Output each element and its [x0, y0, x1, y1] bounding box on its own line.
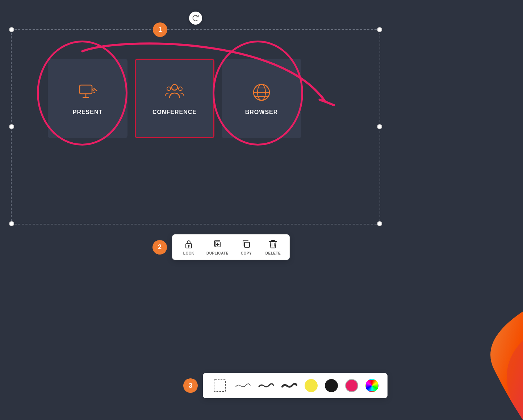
- decorative-shape: [451, 311, 523, 420]
- delete-tool[interactable]: DELETE: [264, 239, 282, 255]
- pen-thick-tool[interactable]: [281, 378, 297, 394]
- handle-top-right[interactable]: [377, 27, 382, 32]
- present-icon: [77, 81, 99, 103]
- select-tool[interactable]: [212, 378, 228, 394]
- pen-thin-tool[interactable]: [235, 378, 251, 394]
- lock-label: LOCK: [183, 251, 194, 255]
- delete-icon: [268, 239, 278, 249]
- rotate-handle[interactable]: [189, 12, 202, 25]
- handle-bottom-right[interactable]: [377, 221, 382, 226]
- step-badge-3: 3: [183, 378, 198, 393]
- yellow-swatch[interactable]: [305, 379, 318, 392]
- handle-middle-right[interactable]: [377, 124, 382, 129]
- pen-medium-tool[interactable]: [258, 378, 274, 394]
- handle-bottom-left[interactable]: [9, 221, 14, 226]
- duplicate-icon: [212, 239, 222, 249]
- lock-icon: [184, 239, 194, 249]
- svg-point-4: [172, 84, 177, 90]
- step-badge-1: 1: [153, 22, 167, 37]
- conference-label: CONFERENCE: [152, 109, 197, 116]
- copy-icon: [241, 239, 251, 249]
- present-label: PRESENT: [73, 109, 103, 116]
- copy-label: COPY: [241, 251, 252, 255]
- svg-point-5: [167, 87, 171, 91]
- conference-card[interactable]: CONFERENCE: [135, 59, 214, 138]
- duplicate-label: DUPLICATE: [206, 251, 229, 255]
- canvas-selection-area[interactable]: 1 PRESENT: [11, 29, 380, 224]
- svg-rect-21: [214, 380, 226, 391]
- cards-container: PRESENT CONFERENCE: [48, 59, 301, 138]
- conference-icon: [164, 81, 185, 103]
- svg-point-3: [93, 92, 95, 93]
- present-card[interactable]: PRESENT: [48, 59, 127, 138]
- svg-point-6: [179, 87, 182, 91]
- step-badge-2: 2: [152, 240, 167, 255]
- svg-rect-18: [244, 242, 250, 247]
- toolbar-popup: 2 LOCK: [172, 234, 290, 260]
- copy-tool[interactable]: COPY: [237, 239, 255, 255]
- browser-label: BROWSER: [245, 109, 278, 116]
- black-swatch[interactable]: [325, 379, 338, 392]
- drawing-toolbar: 3: [203, 373, 388, 398]
- delete-label: DELETE: [265, 251, 281, 255]
- duplicate-tool[interactable]: DUPLICATE: [206, 239, 229, 255]
- pink-swatch[interactable]: [345, 379, 358, 392]
- browser-icon: [251, 81, 272, 103]
- handle-top-left[interactable]: [9, 27, 14, 32]
- svg-rect-0: [80, 85, 92, 94]
- rainbow-swatch[interactable]: [365, 379, 378, 392]
- browser-card[interactable]: BROWSER: [222, 59, 301, 138]
- lock-tool[interactable]: LOCK: [180, 239, 198, 255]
- handle-middle-left[interactable]: [9, 124, 14, 129]
